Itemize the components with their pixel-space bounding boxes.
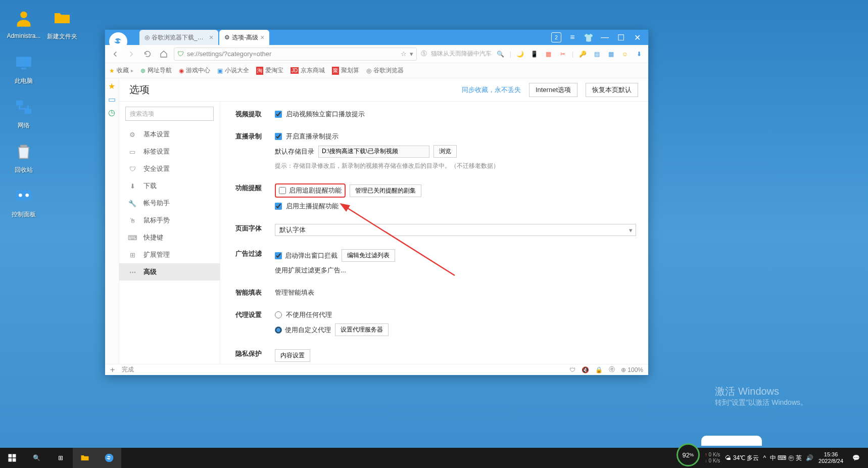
sidebar-item-gestures[interactable]: 🖱鼠标手势: [119, 212, 220, 229]
sidebar-item-basic[interactable]: ⚙基本设置: [119, 126, 220, 143]
search-engine-icon[interactable]: Ⓢ: [421, 50, 427, 58]
bookmark-taobao[interactable]: 淘爱淘宝: [256, 66, 283, 75]
skin-icon[interactable]: 👕: [584, 32, 594, 42]
sync-link[interactable]: 同步收藏，永不丢失: [462, 85, 521, 95]
restore-defaults-button[interactable]: 恢复本页默认: [586, 83, 638, 97]
sidebar-item-shortcuts[interactable]: ⌨快捷键: [119, 229, 220, 246]
content-settings-button[interactable]: 内容设置: [275, 349, 310, 362]
checkbox-popup-block[interactable]: 启动弹出窗口拦截: [275, 251, 337, 260]
popup-banner[interactable]: [701, 436, 762, 446]
tab-close-icon[interactable]: ×: [209, 33, 213, 41]
explorer-button[interactable]: [73, 448, 97, 468]
forward-button[interactable]: [125, 48, 137, 60]
account-badge-icon[interactable]: 2: [551, 32, 561, 42]
network-meter[interactable]: ↑ 0 K/s ↓ 0 K/s: [705, 452, 720, 464]
set-proxy-button[interactable]: 设置代理服务器: [335, 323, 389, 336]
checkbox-drama-reminder[interactable]: 启用追剧提醒功能: [279, 186, 342, 195]
shield-icon[interactable]: 🛡: [569, 366, 575, 373]
search-button[interactable]: 🔍: [24, 448, 49, 468]
svg-point-7: [19, 194, 22, 197]
desktop-icon-folder[interactable]: 新建文件夹: [44, 6, 80, 41]
search-input[interactable]: 搜索选项: [125, 107, 214, 121]
tray-weather[interactable]: 🌤 34℃ 多云: [725, 454, 759, 462]
download-icon[interactable]: ⬇: [634, 49, 644, 59]
home-button[interactable]: [158, 48, 170, 60]
sogou-browser-button[interactable]: [97, 448, 121, 468]
sidebar-item-account[interactable]: 🔧帐号助手: [119, 195, 220, 212]
translate-icon[interactable]: ▤: [592, 49, 602, 59]
more-adblock-link[interactable]: 使用扩展过滤更多广告...: [275, 266, 636, 275]
search-placeholder[interactable]: 猫咪从天而降砸中汽车: [431, 50, 492, 58]
edit-whitelist-button[interactable]: 编辑免过滤列表: [342, 249, 395, 262]
sidebar-item-tabs[interactable]: ▭标签设置: [119, 143, 220, 160]
face-icon[interactable]: ☺: [620, 49, 630, 59]
mute-icon[interactable]: 🔇: [582, 366, 589, 373]
add-tab-icon[interactable]: +: [110, 365, 115, 375]
browse-button[interactable]: 浏览: [433, 145, 457, 158]
moon-icon[interactable]: 🌙: [515, 49, 525, 59]
minimize-icon[interactable]: —: [600, 32, 610, 42]
tray-ime[interactable]: 中 ⌨ ㊥ 英: [770, 454, 802, 462]
font-select[interactable]: 默认字体: [275, 224, 636, 236]
bookmark-chrome[interactable]: ◎谷歌浏览器: [366, 66, 404, 75]
tab-close-icon[interactable]: ×: [260, 33, 264, 41]
record-path-input[interactable]: [318, 146, 429, 158]
sidebar-item-security[interactable]: 🛡安全设置: [119, 160, 220, 177]
reload-button[interactable]: [141, 48, 154, 60]
desktop-icon-network[interactable]: 网络: [6, 95, 41, 130]
desktop-icon-pc[interactable]: 此电脑: [6, 51, 41, 85]
internet-options-button[interactable]: Internet选项: [529, 83, 577, 97]
taskview-button[interactable]: ⊞: [49, 448, 73, 468]
shield-icon: 🛡: [177, 50, 184, 58]
battery-meter[interactable]: 92%: [677, 443, 700, 466]
ie-mode-icon[interactable]: ⓔ: [609, 365, 615, 374]
bookmark-jd[interactable]: JD京东商城: [291, 66, 325, 75]
bookmark-novels[interactable]: ▣小说大全: [217, 66, 249, 75]
search-icon[interactable]: 🔍: [496, 49, 506, 59]
settings-page: 选项 同步收藏，永不丢失 Internet选项 恢复本页默认 搜索选项 ⚙基本设…: [119, 78, 648, 364]
zoom-indicator[interactable]: ⊕ 100%: [621, 366, 643, 373]
key-icon[interactable]: 🔑: [577, 49, 588, 59]
radio-no-proxy[interactable]: 不使用任何代理: [275, 310, 636, 319]
star-icon[interactable]: ★: [108, 81, 116, 89]
tray-volume-icon[interactable]: 🔊: [806, 454, 813, 461]
address-bar[interactable]: 🛡 se://settings/?category=other ☆ ▾: [174, 48, 417, 61]
checkbox-streamer-reminder[interactable]: 启用主播提醒功能: [275, 202, 636, 211]
desktop-icon-control[interactable]: 控制面板: [6, 184, 41, 219]
scissors-icon[interactable]: ✂: [558, 49, 568, 59]
desktop-icon-recycle[interactable]: 回收站: [6, 139, 41, 174]
browser-window: ◎ 谷歌浏览器下载_浏览器 × ⚙ 选项-高级 × 2 ≡ 👕 — ☐ ✕ 🛡 …: [105, 29, 649, 376]
net-icon[interactable]: ▦: [544, 49, 554, 59]
monitor-icon[interactable]: ▭: [108, 95, 116, 103]
sidebar-item-advanced[interactable]: ⋯高级: [119, 263, 220, 280]
sidebar-item-download[interactable]: ⬇下载: [119, 177, 220, 195]
dropdown-icon[interactable]: ▾: [410, 50, 413, 58]
star-icon[interactable]: ☆: [401, 50, 407, 58]
tray-chevron-icon[interactable]: ^: [763, 454, 766, 461]
start-button[interactable]: [0, 448, 24, 468]
clock[interactable]: 15:36 2022/8/24: [818, 451, 843, 464]
bookmark-juhuasuan[interactable]: 聚聚划算: [332, 66, 359, 75]
bookmark-games[interactable]: ◉游戏中心: [179, 66, 210, 75]
settings-content[interactable]: 视频提取 启动视频独立窗口播放提示 直播录制 开启直播录制提示 默认存储目录: [220, 102, 648, 364]
menu-icon[interactable]: ≡: [567, 32, 577, 42]
close-icon[interactable]: ✕: [632, 32, 642, 42]
notifications-icon[interactable]: 💬: [848, 454, 864, 461]
bookmark-nav[interactable]: ⊕网址导航: [140, 66, 172, 75]
sidebar-item-extensions[interactable]: ⊞扩展管理: [119, 246, 220, 263]
checkbox-live-record[interactable]: 开启直播录制提示: [275, 132, 636, 141]
maximize-icon[interactable]: ☐: [616, 32, 626, 42]
bookmark-favorites[interactable]: ★收藏▸: [109, 66, 133, 75]
grid-icon[interactable]: ▦: [606, 49, 616, 59]
tab-settings-advanced[interactable]: ⚙ 选项-高级 ×: [219, 30, 269, 45]
history-icon[interactable]: ◷: [108, 108, 116, 116]
manage-smartfill-link[interactable]: 管理智能填表: [275, 288, 636, 297]
manage-closed-reminders-button[interactable]: 管理已关闭提醒的剧集: [350, 184, 421, 197]
radio-custom-proxy[interactable]: 使用自定义代理: [275, 325, 331, 335]
lock-icon[interactable]: 🔒: [595, 366, 603, 373]
checkbox-video-popup[interactable]: 启动视频独立窗口播放提示: [275, 110, 636, 119]
phone-icon[interactable]: 📱: [529, 49, 540, 59]
desktop-icon-admin[interactable]: Administra...: [6, 6, 41, 39]
address-text: se://settings/?category=other: [187, 50, 398, 58]
tab-chrome-download[interactable]: ◎ 谷歌浏览器下载_浏览器 ×: [139, 30, 218, 45]
